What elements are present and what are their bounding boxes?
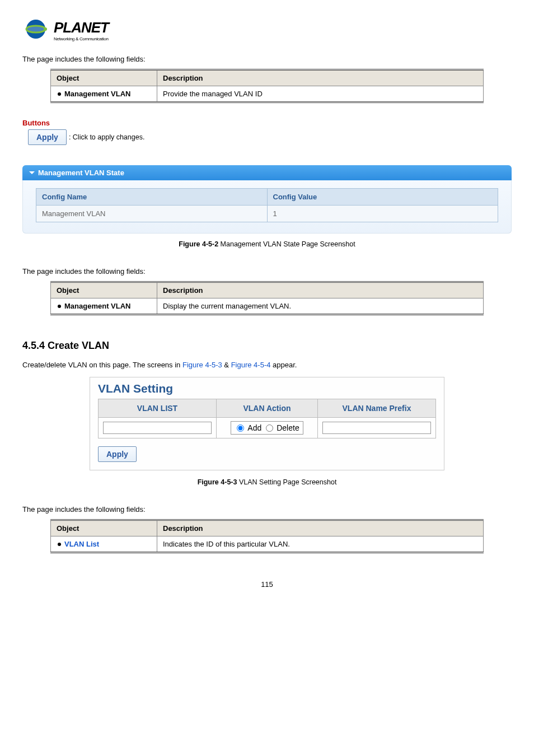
section-lead: Create/delete VLAN on this page. The scr… (22, 361, 512, 369)
vlan-action-add-radio[interactable] (237, 424, 244, 432)
th-object: Object (51, 520, 157, 536)
figure-caption-1: Figure 4-5-2 Management VLAN State Page … (22, 240, 512, 248)
panel-header[interactable]: Management VLAN State (22, 165, 512, 180)
table-row: Management VLAN 1 (36, 206, 498, 222)
table-row: Add Delete (99, 418, 436, 438)
object-description-table-3: Object Description VLAN List Indicates t… (50, 519, 484, 553)
obj-desc: Provide the managed VLAN ID (157, 86, 484, 102)
figure-link-b[interactable]: Figure 4-5-4 (231, 361, 271, 369)
th-vlan-prefix: VLAN Name Prefix (317, 399, 435, 418)
bullet-icon (58, 305, 61, 308)
intro-text-2: The page includes the following fields: (22, 267, 512, 276)
figure-number: Figure 4-5-2 (179, 240, 218, 248)
vlan-setting-title: VLAN Setting (90, 377, 444, 399)
intro-text-1: The page includes the following fields: (22, 55, 512, 63)
apply-button[interactable]: Apply (28, 129, 67, 145)
lead-post: appear. (270, 361, 297, 369)
obj-desc: Indicates the ID of this particular VLAN… (157, 536, 484, 553)
vlan-list-input[interactable] (103, 422, 212, 434)
intro-text-3: The page includes the following fields: (22, 505, 512, 514)
bullet-icon (58, 92, 61, 96)
config-table: Config Name Config Value Management VLAN… (36, 188, 498, 222)
vlan-setting-table: VLAN LIST VLAN Action VLAN Name Prefix A… (98, 399, 436, 438)
brand-name: PLANET (54, 19, 109, 36)
th-config-value: Config Value (267, 189, 498, 206)
management-vlan-state-panel: Management VLAN State Config Name Config… (22, 165, 512, 234)
obj-name: Management VLAN (64, 90, 130, 98)
table-row: VLAN List Indicates the ID of this parti… (51, 536, 484, 553)
vlan-setting-widget: VLAN Setting VLAN LIST VLAN Action VLAN … (90, 377, 444, 470)
vlan-apply-button[interactable]: Apply (98, 446, 137, 462)
vlan-action-delete-label: Delete (277, 423, 299, 432)
obj-name: VLAN List (64, 540, 99, 548)
th-vlan-list: VLAN LIST (99, 399, 217, 418)
buttons-heading: Buttons (22, 119, 512, 127)
figure-caption-2: Figure 4-5-3 VLAN Setting Page Screensho… (22, 478, 512, 486)
lead-pre: Create/delete VLAN on this page. The scr… (22, 361, 182, 369)
object-description-table-2: Object Description Management VLAN Displ… (50, 281, 484, 315)
lead-amp: & (222, 361, 231, 369)
vlan-action-add-label: Add (247, 423, 261, 432)
object-description-table-1: Object Description Management VLAN Provi… (50, 69, 484, 103)
table-row: Management VLAN Display the current mana… (51, 298, 484, 315)
th-description: Description (157, 282, 484, 298)
th-description: Description (157, 70, 484, 86)
svg-point-2 (44, 27, 47, 31)
th-description: Description (157, 520, 484, 536)
brand-logo: PLANET Networking & Communication (22, 17, 512, 44)
bullet-icon (58, 543, 61, 546)
obj-desc: Display the current management VLAN. (157, 298, 484, 315)
caret-down-icon (29, 171, 35, 174)
th-object: Object (51, 282, 157, 298)
apply-description: : Click to apply changes. (69, 133, 145, 141)
vlan-prefix-input[interactable] (322, 422, 431, 434)
planet-globe-icon (22, 17, 49, 44)
figure-text: VLAN Setting Page Screenshot (237, 478, 336, 486)
table-row: Management VLAN Provide the managed VLAN… (51, 86, 484, 102)
th-config-name: Config Name (36, 189, 268, 206)
th-vlan-action: VLAN Action (217, 399, 318, 418)
cfg-name: Management VLAN (36, 206, 268, 222)
vlan-action-delete-radio[interactable] (266, 424, 273, 432)
section-heading: 4.5.4 Create VLAN (22, 340, 512, 352)
th-object: Object (51, 70, 157, 86)
page-number: 115 (22, 580, 512, 589)
cfg-value: 1 (267, 206, 498, 222)
figure-number: Figure 4-5-3 (198, 478, 237, 486)
panel-title: Management VLAN State (38, 169, 124, 177)
figure-link-a[interactable]: Figure 4-5-3 (182, 361, 222, 369)
figure-text: Management VLAN State Page Screenshot (218, 240, 355, 248)
obj-name: Management VLAN (64, 302, 130, 310)
vlan-action-group: Add Delete (231, 421, 303, 435)
brand-tagline: Networking & Communication (54, 36, 109, 41)
